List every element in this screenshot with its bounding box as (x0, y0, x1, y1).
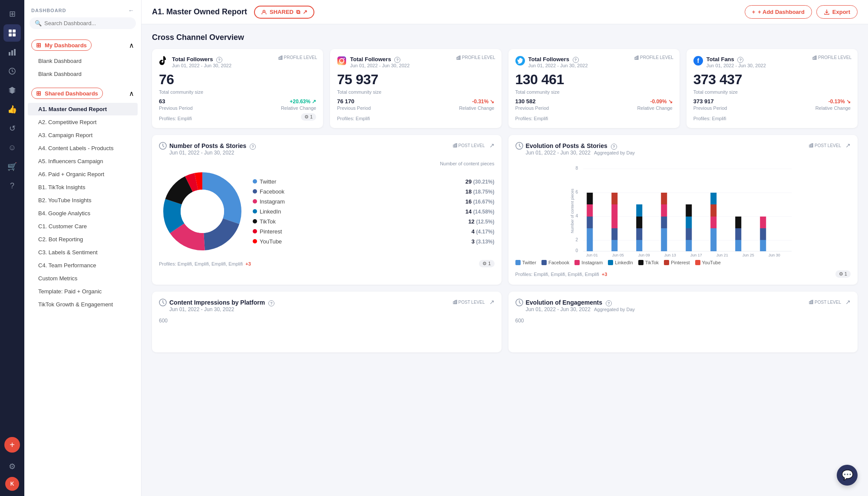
dashboard-rail-icon[interactable] (3, 24, 21, 42)
sidebar-item-tiktok[interactable]: B1. TikTok Insights (28, 181, 138, 194)
engagements-export-icon[interactable]: ↗ (845, 299, 851, 305)
help-icon-tiktok[interactable]: ? (216, 57, 222, 63)
sidebar-item-blank1[interactable]: Blank Dashboard (28, 55, 138, 67)
thumb-rail-icon[interactable]: 👍 (3, 101, 21, 118)
legend-dot-twitter (253, 179, 257, 184)
legend-dot-youtube (253, 239, 257, 243)
svg-rect-84 (710, 193, 716, 204)
topbar-right: + + Add Dashboard Export (745, 5, 858, 19)
help-engagements-chart[interactable]: ? (606, 300, 612, 306)
card-date-facebook: Jun 01, 2022 - Jun 30, 2022 (706, 63, 851, 68)
search-icon: 🔍 (35, 20, 42, 26)
clock-rail-icon[interactable] (3, 62, 21, 80)
card-value-twitter: 130 461 (515, 72, 673, 88)
legend-dot-linkedin (253, 209, 257, 214)
search-input[interactable] (44, 20, 131, 26)
sidebar-item-labels[interactable]: C3. Labels & Sentiment (28, 246, 138, 259)
sidebar-item-competitive[interactable]: A2. Competitive Report (28, 116, 138, 128)
impressions-icon (159, 299, 167, 306)
bar-legend-pinterest: Pinterest (664, 260, 690, 265)
my-dashboards-title: ⊞ My Dashboards (31, 39, 92, 51)
sidebar-item-bot[interactable]: C2. Bot Reporting (28, 233, 138, 246)
sidebar-item-content-labels[interactable]: A4. Content Labels - Products (28, 142, 138, 154)
sync-rail-icon[interactable]: ↺ (3, 120, 21, 137)
user-avatar[interactable]: K (5, 477, 19, 491)
evolution-settings-badge: ⚙ 1 (835, 270, 851, 278)
sidebar-item-customer-care[interactable]: C1. Customer Care (28, 220, 138, 233)
help-evolution-chart[interactable]: ? (611, 144, 617, 150)
add-rail-button[interactable]: + (4, 437, 20, 453)
section-title: Cross Channel Overview (152, 33, 858, 42)
card-community-instagram: Total community size (337, 89, 494, 95)
card-value-instagram: 75 937 (337, 72, 494, 88)
sidebar-item-team[interactable]: C4. Team Performance (28, 259, 138, 272)
sidebar-item-tiktok-growth[interactable]: TikTok Growth & Engagement (28, 298, 138, 311)
sidebar-item-custom-metrics[interactable]: Custom Metrics (28, 272, 138, 285)
sidebar-item-paid-organic[interactable]: A6. Paid + Organic Report (28, 168, 138, 181)
my-dashboards-toggle[interactable]: ⊞ My Dashboards ∧ (24, 36, 141, 54)
impressions-chart-title: Content Impressions by Platform ? (169, 299, 274, 306)
metric-card-facebook: PROFILE LEVEL f Total Fans ? Jun 01, 202… (686, 49, 858, 128)
help-posts-chart[interactable]: ? (250, 144, 256, 150)
icon-rail: ⊞ 👍 ↺ ☺ 🛒 ? + ⚙ K (0, 0, 24, 496)
sidebar-item-youtube[interactable]: B2. YouTube Insights (28, 194, 138, 207)
topbar: A1. Master Owned Report SHARED ⧉ ↗ + + A… (142, 0, 868, 24)
chat-fab-button[interactable]: 💬 (837, 465, 858, 486)
help-impressions-chart[interactable]: ? (268, 300, 274, 306)
sidebar-item-google[interactable]: B4. Google Analytics (28, 207, 138, 220)
level-icon-ig (456, 56, 461, 60)
sidebar-collapse-icon[interactable]: ← (128, 7, 134, 14)
export-button[interactable]: Export (816, 5, 858, 19)
svg-text:2: 2 (575, 237, 578, 242)
svg-rect-98 (812, 300, 813, 304)
card-date-twitter: Jun 01, 2022 - Jun 30, 2022 (528, 63, 673, 68)
svg-text:Jun 13: Jun 13 (664, 253, 676, 256)
impressions-export-icon[interactable]: ↗ (489, 299, 495, 305)
svg-rect-28 (456, 143, 457, 147)
svg-text:4: 4 (575, 214, 578, 218)
tiktok-platform-icon (159, 56, 168, 68)
topbar-left: A1. Master Owned Report SHARED ⧉ ↗ (152, 6, 314, 19)
chart-rail-icon[interactable] (3, 43, 21, 61)
sidebar-item-master-owned[interactable]: A1. Master Owned Report (28, 103, 138, 115)
help-icon-facebook[interactable]: ? (737, 57, 743, 63)
sidebar-item-influencers[interactable]: A5. Influencers Campaign (28, 155, 138, 168)
level-icon-fb (812, 56, 817, 60)
svg-rect-69 (636, 240, 642, 251)
sidebar-item-template-paid[interactable]: Template: Paid + Organic (28, 285, 138, 298)
cart-rail-icon[interactable]: 🛒 (3, 158, 21, 175)
settings-rail-icon[interactable]: ⚙ (3, 458, 21, 475)
add-dashboard-button[interactable]: + + Add Dashboard (745, 5, 812, 19)
prev-label-tiktok: Previous Period (159, 105, 193, 111)
card-bottom-instagram: Profiles: Emplifi (337, 112, 494, 121)
posts-chart-inner: Twitter 29 (30.21%) Facebook 18 (18.75%) (159, 168, 495, 255)
evolution-chart-footer: Profiles: Emplifi, Emplifi, Emplifi, Emp… (515, 270, 851, 278)
help-icon-instagram[interactable]: ? (394, 57, 400, 63)
bar-legend-youtube: YouTube (695, 260, 721, 265)
svg-rect-4 (9, 52, 10, 56)
card-divider-row-facebook: 373 917 -0.13% ↘ (693, 98, 851, 105)
smile-rail-icon[interactable]: ☺ (3, 139, 21, 156)
profiles-instagram: Profiles: Emplifi (337, 116, 370, 121)
sidebar-item-campaign[interactable]: A3. Campaign Report (28, 129, 138, 141)
apps-icon[interactable]: ⊞ (3, 5, 21, 23)
shared-badge[interactable]: SHARED ⧉ ↗ (254, 6, 314, 19)
engagements-chart-actions: POST LEVEL ↗ (809, 299, 851, 305)
card-prev-val-tiktok: 63 (159, 98, 165, 105)
posts-chart-icon (159, 142, 167, 150)
evolution-level-icon (809, 143, 813, 148)
evolution-chart-export-icon[interactable]: ↗ (845, 142, 851, 149)
sidebar-item-blank2[interactable]: Blank Dashboard (28, 68, 138, 80)
card-bottom-facebook: Profiles: Emplifi (693, 112, 851, 121)
shared-icon (261, 9, 267, 15)
svg-rect-24 (815, 56, 816, 59)
shared-dashboards-toggle[interactable]: ⊞ Shared Dashboards ∧ (24, 84, 141, 102)
evolution-title-row: Evolution of Posts & Stories ? (515, 142, 635, 150)
legend-linkedin: LinkedIn 14 (14.58%) (253, 208, 495, 215)
svg-rect-94 (456, 300, 457, 304)
posts-chart-export-icon[interactable]: ↗ (489, 142, 495, 149)
help-icon-twitter[interactable]: ? (573, 57, 579, 63)
help-rail-icon[interactable]: ? (3, 177, 21, 194)
layer-rail-icon[interactable] (3, 82, 21, 99)
svg-rect-67 (611, 204, 617, 228)
